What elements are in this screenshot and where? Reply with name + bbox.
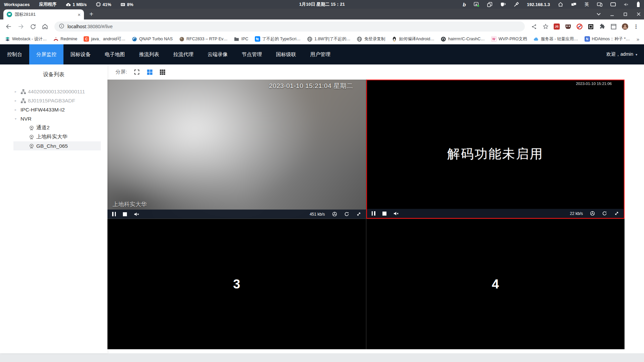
refresh-icon[interactable] <box>602 211 607 216</box>
url-text[interactable]: localhost:38080/#/live <box>67 24 113 29</box>
browser-tab-bar: 国标28181 × + <box>0 9 644 19</box>
single-screen-icon[interactable] <box>134 69 140 75</box>
tree-node-channel[interactable]: 上地科实大华 <box>0 132 107 141</box>
browser-menu-icon[interactable]: ⋮ <box>633 24 639 30</box>
color-picker-icon[interactable] <box>514 2 519 7</box>
tree-node-device[interactable]: ▸ IPC-HFW4433M-I2 <box>0 105 107 114</box>
memory-usage-indicator: 8% <box>121 2 133 7</box>
back-icon[interactable] <box>3 21 14 32</box>
extension-js-icon[interactable]: JS <box>554 24 560 30</box>
bookmark-item[interactable]: 服务器 - 轻量应用… <box>534 36 578 42</box>
applications-button[interactable]: 应用程序 <box>39 1 56 7</box>
tree-collapsed-icon[interactable]: ▸ <box>15 90 20 93</box>
window-minimize-icon[interactable] <box>610 12 614 16</box>
bookmark-star-icon[interactable] <box>542 24 549 30</box>
bookmark-item[interactable]: 如何编译Android… <box>392 36 434 42</box>
fullscreen-expand-icon[interactable] <box>614 211 619 216</box>
display-icon[interactable] <box>610 2 616 7</box>
stop-icon[interactable] <box>382 212 386 216</box>
bookmark-item[interactable]: 免登录复制 <box>357 36 385 42</box>
tree-collapsed-icon[interactable]: ▸ <box>15 108 20 111</box>
nav-item-pull-proxy[interactable]: 拉流代理 <box>166 44 200 64</box>
site-info-icon[interactable] <box>59 24 64 30</box>
nav-item-user-manage[interactable]: 用户管理 <box>303 44 337 64</box>
nav-item-emap[interactable]: 电子地图 <box>98 44 132 64</box>
tree-node-device[interactable]: ▸ 44020000013200000111 <box>0 87 107 96</box>
volume-muted-icon[interactable] <box>624 2 629 7</box>
bing-icon[interactable]: b <box>463 2 466 7</box>
forward-icon[interactable] <box>15 21 26 32</box>
home-icon[interactable] <box>558 2 563 7</box>
device-list-panel: 设备列表 ▸ 44020000013200000111 ▸ 8J01915PAG… <box>0 64 107 353</box>
network-device-icon <box>20 98 28 103</box>
nav-item-node-manage[interactable]: 节点管理 <box>235 44 269 64</box>
nav-item-gb-devices[interactable]: 国标设备 <box>63 44 98 64</box>
bookmark-item[interactable]: 知 了不起的 TypeScri… <box>255 36 301 42</box>
nav-item-gb-cascade[interactable]: 国标级联 <box>269 44 303 64</box>
reload-icon[interactable] <box>28 21 38 32</box>
volume-muted-icon[interactable] <box>394 211 399 216</box>
profile-avatar[interactable] <box>622 24 628 30</box>
window-close-icon[interactable] <box>637 12 641 16</box>
bookmark-item[interactable]: hairrrrr/C-CrashC… <box>441 36 485 42</box>
bookmark-item[interactable]: QNAP Turbo NAS <box>132 36 173 42</box>
bookmark-item[interactable]: RFC2833 – RTP Ev… <box>179 36 228 42</box>
extension-blocker-icon[interactable] <box>576 24 583 30</box>
tree-node-channel-selected[interactable]: GB_Chn_065 <box>0 141 107 150</box>
extension-frame-icon[interactable] <box>588 24 594 30</box>
video-cell-2[interactable]: 2023-01-10 15:21:06 解码功能未启用 22 kb/s <box>366 80 625 219</box>
tree-node-channel[interactable]: 通道2 <box>0 123 107 132</box>
tree-node-device[interactable]: ▸ 8J01915PAGB3ADF <box>0 96 107 105</box>
pause-icon[interactable] <box>372 211 375 216</box>
bookmark-item[interactable]: W WVP-PRO文档 <box>491 36 527 42</box>
input-method-indicator[interactable]: 英 <box>585 1 589 7</box>
browser-tab[interactable]: 国标28181 × <box>3 9 84 19</box>
bookmark-item[interactable]: Redmine <box>53 36 77 42</box>
user-menu[interactable]: 欢迎，admin ▾ <box>606 51 637 57</box>
workspaces-button[interactable]: Workspaces <box>4 2 30 7</box>
refresh-icon[interactable] <box>344 212 349 217</box>
bookmark-item[interactable]: IPC <box>234 36 248 42</box>
browser-home-icon[interactable] <box>40 21 50 32</box>
clipboard-copy-icon[interactable] <box>487 2 492 7</box>
volume-muted-icon[interactable] <box>134 212 139 217</box>
tree-collapsed-icon[interactable]: ▸ <box>15 99 20 102</box>
window-switcher-icon[interactable] <box>571 2 577 7</box>
nav-item-console[interactable]: 控制台 <box>0 44 29 64</box>
tab-close-icon[interactable]: × <box>78 12 81 17</box>
grid-2x2-icon[interactable] <box>147 69 153 75</box>
share-icon[interactable] <box>531 24 537 30</box>
translate-icon[interactable]: A <box>474 2 479 7</box>
settings-aperture-icon[interactable] <box>590 211 595 216</box>
tab-search-chevron-icon[interactable] <box>597 13 601 15</box>
bookmark-item[interactable]: C java、android可… <box>84 36 125 42</box>
window-maximize-icon[interactable] <box>624 12 627 16</box>
bookmarks-overflow-icon[interactable]: » <box>637 36 639 42</box>
fullscreen-expand-icon[interactable] <box>356 212 361 217</box>
page-bottom-strip <box>0 353 644 362</box>
settings-aperture-icon[interactable] <box>332 212 337 217</box>
bookmark-item[interactable]: Webstack - 设计… <box>5 36 47 42</box>
bookmark-item[interactable]: N HDAtmos :: 种子 *… <box>585 36 630 42</box>
nav-item-split-screen-monitor[interactable]: 分屏监控 <box>29 44 63 64</box>
url-bar[interactable]: localhost:38080/#/live <box>54 21 525 32</box>
video-cell-3[interactable]: 3 <box>107 219 366 349</box>
video-cell-1[interactable]: 2023-01-10 15:21:04 星期二 上地科实大华 451 kb/s <box>107 80 366 219</box>
clock[interactable]: 1月10日 星期二 15：21 <box>299 1 345 7</box>
extension-window-icon[interactable] <box>610 24 617 30</box>
phonelink-icon[interactable] <box>597 2 602 7</box>
new-tab-button[interactable]: + <box>87 9 96 19</box>
grid-3x3-icon[interactable] <box>159 69 166 75</box>
bookmark-item[interactable]: 1.8W字|了不起的… <box>307 36 350 42</box>
coffee-cup-icon[interactable] <box>500 2 506 7</box>
stop-icon[interactable] <box>123 212 127 216</box>
extension-mask-icon[interactable] <box>565 24 571 30</box>
nav-item-push-list[interactable]: 推流列表 <box>132 44 166 64</box>
video1-osd-timestamp: 2023-01-10 15:21:04 星期二 <box>269 82 353 90</box>
pause-icon[interactable] <box>112 212 116 216</box>
nav-item-cloud-record[interactable]: 云端录像 <box>200 44 235 64</box>
extension-puzzle-icon[interactable] <box>599 24 605 30</box>
tree-expanded-icon[interactable]: ▾ <box>15 117 20 121</box>
tree-node-device[interactable]: ▾ NVR <box>0 114 107 123</box>
video-cell-4[interactable]: 4 <box>366 219 625 349</box>
